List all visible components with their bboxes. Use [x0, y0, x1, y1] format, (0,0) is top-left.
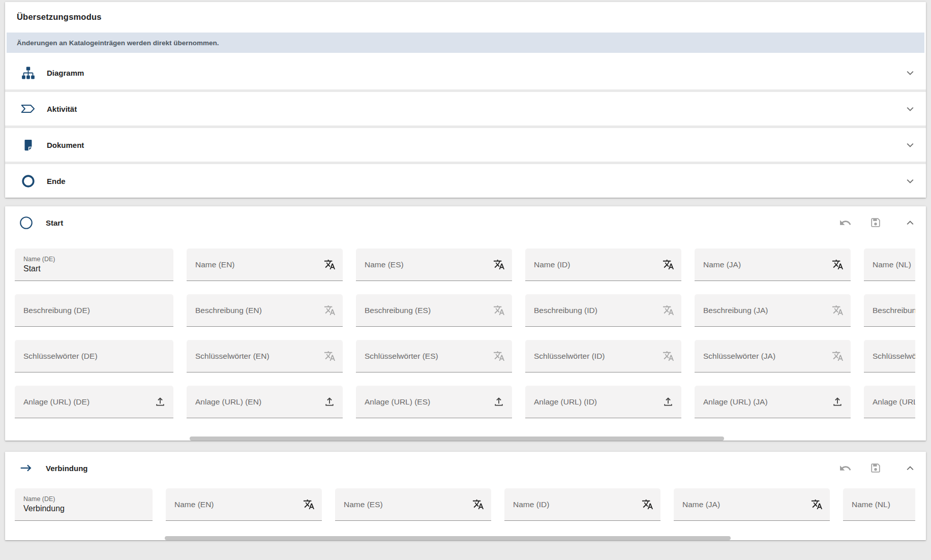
field-label: Beschreibung (EN) [195, 306, 262, 315]
field-anlage-url-es[interactable]: Anlage (URL) (ES) [356, 386, 512, 418]
field-floating-label: Name (DE) [23, 495, 55, 503]
field-label: Anlage (URL) (DE) [23, 397, 89, 407]
field-beschreibung-de[interactable]: Beschreibung (DE) [15, 294, 173, 327]
chevron-down-icon [904, 103, 916, 115]
translate-icon[interactable] [493, 350, 505, 362]
expand-button[interactable] [903, 66, 917, 80]
translate-icon[interactable] [324, 350, 336, 362]
activity-icon [20, 102, 36, 115]
save-button[interactable] [868, 216, 882, 230]
field-label: Name (ES) [344, 500, 383, 509]
chevron-down-icon [904, 175, 916, 187]
translate-icon[interactable] [832, 259, 844, 270]
horizontal-scrollbar-thumb[interactable] [190, 437, 724, 441]
translate-icon[interactable] [324, 304, 336, 316]
upload-icon[interactable] [662, 396, 674, 408]
section-row-aktivitaet[interactable]: Aktivität [5, 89, 926, 126]
field-name-es[interactable]: Name (ES) [356, 248, 512, 281]
field-name-nl[interactable]: Name (NL) [843, 488, 915, 521]
save-icon [869, 216, 882, 229]
field-label: Name (EN) [195, 260, 235, 269]
save-button[interactable] [868, 461, 882, 475]
section-header-verbindung: Verbindung [5, 452, 926, 484]
field-name-en[interactable]: Name (EN) [166, 488, 322, 521]
translate-icon[interactable] [832, 350, 844, 362]
field-label: Name (ES) [365, 260, 404, 269]
translate-icon[interactable] [663, 350, 674, 362]
field-anlage-url-nl[interactable]: Anlage (URL) (NL) [864, 386, 915, 418]
chevron-down-icon [904, 67, 916, 79]
field-name-id[interactable]: Name (ID) [525, 248, 681, 281]
translate-icon[interactable] [663, 304, 674, 316]
upload-icon[interactable] [154, 396, 166, 408]
diagram-icon [20, 66, 36, 80]
section-row-diagramm[interactable]: Diagramm [5, 56, 926, 89]
field-label: Beschreibung (ES) [365, 306, 431, 315]
field-name-ja[interactable]: Name (JA) [674, 488, 830, 521]
translate-icon[interactable] [663, 259, 674, 270]
translate-icon[interactable] [493, 259, 505, 270]
field-name-es[interactable]: Name (ES) [335, 488, 491, 521]
collapse-button[interactable] [903, 216, 917, 230]
upload-icon[interactable] [323, 396, 336, 408]
expand-button[interactable] [903, 174, 917, 188]
field-beschreibung-id[interactable]: Beschreibung (ID) [525, 294, 681, 327]
circle-bold-icon [20, 174, 36, 188]
field-schlusselworter-id[interactable]: Schlüsselwörter (ID) [525, 340, 681, 372]
undo-icon [839, 462, 852, 475]
expand-button[interactable] [903, 138, 917, 152]
translate-icon[interactable] [303, 499, 315, 510]
section-row-dokument[interactable]: Dokument [5, 126, 926, 162]
field-label: Beschreibung (ID) [534, 306, 597, 315]
expand-button[interactable] [903, 102, 917, 116]
field-beschreibung-nl[interactable]: Beschreibung (NL) [864, 294, 915, 327]
field-name-de[interactable]: Name (DE)Start [15, 248, 173, 281]
field-schlusselworter-es[interactable]: Schlüsselwörter (ES) [356, 340, 512, 372]
horizontal-scrollbar[interactable] [15, 536, 915, 540]
section-card-verbindung: VerbindungName (DE)VerbindungName (EN)Na… [5, 452, 926, 540]
translate-icon[interactable] [324, 259, 336, 270]
translate-icon[interactable] [493, 304, 505, 316]
field-anlage-url-ja[interactable]: Anlage (URL) (JA) [695, 386, 851, 418]
section-label: Start [46, 219, 63, 227]
translate-icon[interactable] [472, 499, 484, 510]
translation-mode-page: Übersetzungsmodus Änderungen an Kataloge… [0, 0, 931, 540]
field-schlusselworter-nl[interactable]: Schlüsselwörter (NL) [864, 340, 915, 372]
field-anlage-url-id[interactable]: Anlage (URL) (ID) [525, 386, 681, 418]
field-name-nl[interactable]: Name (NL) [864, 248, 915, 281]
undo-button[interactable] [838, 461, 852, 475]
field-name-en[interactable]: Name (EN) [187, 248, 343, 281]
field-label: Schlüsselwörter (DE) [23, 352, 98, 361]
translate-icon[interactable] [811, 499, 823, 510]
field-schlusselworter-ja[interactable]: Schlüsselwörter (JA) [695, 340, 851, 372]
horizontal-scrollbar-thumb[interactable] [165, 536, 731, 540]
field-anlage-url-en[interactable]: Anlage (URL) (EN) [187, 386, 343, 418]
upload-icon[interactable] [493, 396, 505, 408]
field-schlusselworter-de[interactable]: Schlüsselwörter (DE) [15, 340, 173, 372]
field-name-id[interactable]: Name (ID) [504, 488, 660, 521]
translate-icon[interactable] [642, 499, 653, 510]
upload-icon[interactable] [831, 396, 844, 408]
field-row: Beschreibung (DE)Beschreibung (EN)Beschr… [15, 294, 915, 327]
section-header-start: Start [5, 206, 926, 239]
field-beschreibung-en[interactable]: Beschreibung (EN) [187, 294, 343, 327]
field-name-de[interactable]: Name (DE)Verbindung [15, 488, 153, 521]
save-button[interactable] [870, 10, 884, 24]
translate-icon[interactable] [832, 304, 844, 316]
field-beschreibung-es[interactable]: Beschreibung (ES) [356, 294, 512, 327]
field-row: Schlüsselwörter (DE)Schlüsselwörter (EN)… [15, 340, 915, 372]
field-label: Beschreibung (NL) [873, 306, 915, 315]
undo-button[interactable] [834, 10, 848, 24]
field-name-ja[interactable]: Name (JA) [695, 248, 851, 281]
exit-translation-mode-button[interactable] [902, 10, 915, 24]
collapse-button[interactable] [903, 461, 917, 475]
circle-thin-icon [19, 216, 33, 230]
field-anlage-url-de[interactable]: Anlage (URL) (DE) [15, 386, 173, 418]
horizontal-scrollbar[interactable] [15, 437, 915, 441]
field-beschreibung-ja[interactable]: Beschreibung (JA) [695, 294, 851, 327]
section-row-ende[interactable]: Ende [5, 162, 926, 198]
chevron-down-icon [904, 139, 916, 151]
field-schlusselworter-en[interactable]: Schlüsselwörter (EN) [187, 340, 343, 372]
undo-button[interactable] [838, 216, 852, 230]
field-value: Verbindung [23, 504, 65, 513]
